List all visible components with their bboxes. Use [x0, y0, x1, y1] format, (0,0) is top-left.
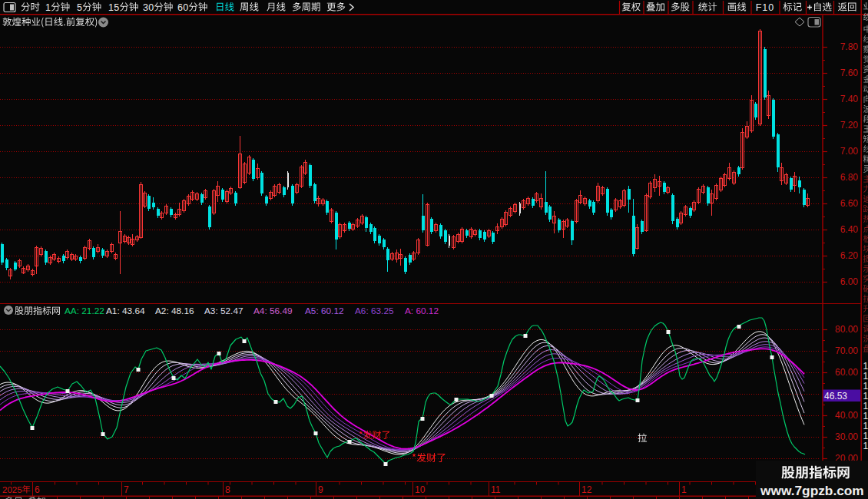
svg-text:A1: 43.64: A1: 43.64	[106, 306, 145, 316]
svg-text:2025: 2025	[2, 485, 22, 494]
svg-text:6.20: 6.20	[840, 250, 859, 261]
svg-text:A6: 63.25: A6: 63.25	[355, 306, 394, 316]
svg-text:A: 60.12: A: 60.12	[405, 306, 439, 316]
svg-text:46.53: 46.53	[824, 391, 847, 402]
svg-text:6.80: 6.80	[840, 172, 859, 183]
svg-text:A4: 56.49: A4: 56.49	[253, 306, 293, 316]
svg-text:1: 1	[863, 381, 868, 392]
svg-text:7.40: 7.40	[840, 94, 859, 104]
svg-text:70.00: 70.00	[835, 345, 858, 356]
svg-text:3: 3	[143, 2, 148, 13]
svg-text:7.20: 7.20	[840, 120, 859, 131]
svg-text:1: 1	[863, 391, 868, 402]
svg-text:5: 5	[114, 2, 119, 13]
svg-text:1: 1	[681, 484, 687, 495]
svg-text:60.00: 60.00	[835, 367, 858, 378]
svg-text:7.60: 7.60	[840, 68, 859, 78]
svg-text:1: 1	[863, 421, 868, 431]
svg-text:1: 1	[863, 371, 868, 382]
svg-text:80.00: 80.00	[835, 324, 858, 335]
svg-text:12: 12	[581, 484, 592, 495]
svg-text:1: 1	[863, 401, 868, 411]
svg-text:10: 10	[415, 484, 426, 495]
svg-text:1: 1	[108, 2, 114, 13]
svg-text:1: 1	[863, 361, 868, 372]
svg-text:30.00: 30.00	[835, 431, 858, 442]
svg-text:A5: 60.12: A5: 60.12	[305, 306, 344, 316]
svg-text:www.7gpzb.com: www.7gpzb.com	[760, 483, 864, 498]
svg-text:AA: 21.22: AA: 21.22	[65, 306, 104, 316]
svg-text:6: 6	[35, 484, 40, 495]
svg-text:9: 9	[318, 484, 323, 495]
svg-text:7: 7	[124, 484, 129, 495]
svg-text:1: 1	[863, 411, 868, 421]
svg-text:1: 1	[45, 2, 51, 13]
svg-text:0: 0	[183, 2, 188, 13]
svg-text:6.60: 6.60	[840, 198, 859, 209]
svg-text:7.00: 7.00	[840, 146, 859, 157]
svg-text:1: 1	[863, 431, 868, 441]
svg-text:7.80: 7.80	[840, 41, 859, 52]
svg-text:A2: 48.16: A2: 48.16	[155, 306, 194, 316]
svg-text:8: 8	[225, 484, 230, 495]
svg-text:11: 11	[491, 484, 501, 495]
svg-text:F10: F10	[756, 2, 775, 13]
svg-text:6.40: 6.40	[840, 224, 859, 235]
svg-text:6: 6	[177, 2, 183, 13]
svg-text:0: 0	[148, 2, 154, 13]
svg-text:6.00: 6.00	[840, 276, 859, 287]
svg-text:40.00: 40.00	[835, 410, 858, 421]
svg-text:5: 5	[77, 2, 82, 13]
svg-text:A3: 52.47: A3: 52.47	[204, 306, 244, 316]
svg-text:1: 1	[863, 441, 868, 451]
